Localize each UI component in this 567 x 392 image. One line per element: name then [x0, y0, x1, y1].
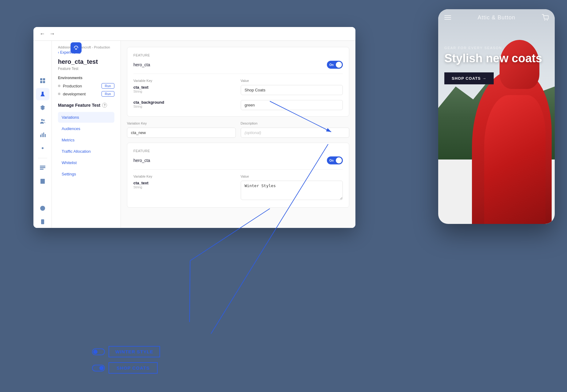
- phone-menu-icon[interactable]: [444, 15, 451, 20]
- env-name-development: development: [63, 92, 102, 96]
- jacket-detail: [484, 95, 546, 224]
- v1-var1-key: cta_text: [133, 85, 236, 90]
- left-panel: Addision and Bancroft - Production ‹ Exp…: [52, 41, 121, 228]
- sidebar-item-flask[interactable]: [36, 88, 49, 100]
- v1-value-col: Value: [241, 79, 343, 95]
- svg-rect-10: [45, 134, 46, 137]
- svg-line-22: [190, 261, 190, 322]
- v1-var2-value-input[interactable]: [241, 100, 343, 110]
- v1-toggle-label: On: [329, 63, 334, 67]
- pill-toggle-1[interactable]: [92, 348, 105, 355]
- v1-var-key-col: Variable Key cta_text String: [133, 79, 236, 95]
- nav-settings[interactable]: Settings: [58, 169, 114, 179]
- run-button-production[interactable]: Run: [102, 83, 114, 89]
- back-button[interactable]: ←: [40, 31, 45, 37]
- v2-toggle[interactable]: On: [327, 156, 343, 164]
- sidebar-item-book[interactable]: [36, 175, 49, 187]
- svg-rect-11: [40, 166, 45, 167]
- bottom-pills: WINTER STYLE SHOP COATS: [92, 346, 160, 374]
- phone-header: Attic & Button: [438, 9, 555, 26]
- menu-line-1: [444, 15, 451, 16]
- v1-var2-type: String: [133, 105, 236, 108]
- pill-box-1[interactable]: WINTER STYLE: [109, 346, 160, 357]
- nav-whitelist[interactable]: Whitelist: [58, 157, 114, 168]
- svg-rect-12: [40, 167, 45, 168]
- top-nav-bar: ← →: [33, 27, 355, 41]
- v2-var1-type: String: [133, 185, 236, 189]
- breadcrumb-org: Addision and Bancroft - Production: [58, 45, 114, 49]
- svg-rect-9: [43, 133, 44, 137]
- environments-label: Environments: [58, 76, 114, 80]
- svg-point-15: [42, 210, 43, 210]
- phone-cart-icon[interactable]: [542, 14, 549, 21]
- v2-feature-label: Feature: [133, 149, 343, 153]
- svg-point-18: [544, 20, 545, 21]
- v1-var-key-label: Variable Key: [133, 79, 236, 83]
- forward-button[interactable]: →: [49, 31, 55, 37]
- brand-logo[interactable]: [71, 42, 82, 53]
- v2-toggle-knob: [336, 157, 342, 163]
- v1-toggle-wrapper: On: [327, 61, 343, 69]
- run-button-development[interactable]: Run: [102, 91, 114, 97]
- nav-variations[interactable]: Variations: [58, 112, 114, 123]
- nav-metrics[interactable]: Metrics: [58, 135, 114, 145]
- v1-var1-type: String: [133, 90, 236, 93]
- experiment-title: hero_cta_test: [58, 58, 114, 65]
- v2-key-label: Variation Key: [127, 121, 236, 125]
- v2-feature-row: hero_cta On: [133, 156, 343, 170]
- environments-section: Environments Production Run development …: [58, 76, 114, 97]
- svg-rect-8: [42, 133, 43, 137]
- sidebar-item-help[interactable]: [36, 202, 49, 214]
- pill-toggle-2[interactable]: [92, 365, 105, 371]
- v2-feature-name: hero_cta: [133, 158, 150, 163]
- sidebar-icons: [33, 41, 52, 228]
- v1-toggle-knob: [336, 62, 342, 68]
- svg-rect-2: [43, 78, 45, 80]
- hero-title: Stylish new coats: [444, 52, 549, 65]
- v1-variable-section: Variable Key cta_text String Value cta_b…: [133, 79, 343, 110]
- pill-toggle-knob-1: [93, 350, 98, 354]
- sidebar-item-type[interactable]: [36, 162, 49, 174]
- pill-box-2[interactable]: SHOP COATS: [109, 362, 158, 374]
- env-dot-development: [58, 93, 60, 95]
- svg-rect-7: [40, 135, 41, 137]
- sidebar-item-device[interactable]: [36, 216, 49, 228]
- v1-var1-value-input[interactable]: [241, 85, 343, 95]
- sidebar-item-grid[interactable]: [36, 75, 49, 87]
- nav-audiences[interactable]: Audiences: [58, 123, 114, 134]
- v2-var1-key: cta_text: [133, 181, 236, 185]
- v2-desc-label: Description: [241, 121, 350, 125]
- env-name-production: Production: [63, 84, 102, 88]
- nav-traffic[interactable]: Traffic Allocation: [58, 146, 114, 157]
- manage-title: Manage Feature Test ?: [58, 103, 114, 108]
- v2-header: Variation Key Description: [127, 121, 349, 138]
- menu-line-3: [444, 19, 451, 20]
- v2-var1-value-input[interactable]: Winter Styles: [241, 181, 343, 200]
- svg-rect-4: [43, 81, 45, 83]
- v2-value-col: Value Winter Styles: [241, 175, 343, 201]
- sidebar-item-users[interactable]: [36, 115, 49, 127]
- env-item-production: Production Run: [58, 83, 114, 89]
- experiment-subtitle: Feature Test: [58, 67, 114, 71]
- sidebar-item-filter[interactable]: [36, 189, 49, 201]
- sidebar-item-chart[interactable]: [36, 129, 49, 141]
- hero-cta-button[interactable]: SHOP COATS →: [444, 72, 494, 84]
- v2-var-key-col: Variable Key cta_text String: [133, 175, 236, 201]
- sidebar-item-settings[interactable]: [36, 142, 49, 154]
- v2-desc-input[interactable]: [241, 128, 350, 138]
- manage-help-icon[interactable]: ?: [102, 103, 107, 108]
- hero-text-overlay: GEAR FOR EVERY SEASON Stylish new coats …: [444, 46, 549, 84]
- variation2-card: Feature hero_cta On Variable Key cta_tex…: [127, 143, 349, 208]
- v1-var2-value-col: [241, 100, 343, 110]
- pill-row-2: SHOP COATS: [92, 362, 160, 374]
- breadcrumb-link[interactable]: ‹ Experiments: [58, 50, 114, 55]
- v1-value-label: Value: [241, 79, 343, 83]
- v2-desc-col: Description: [241, 121, 350, 138]
- manage-section: Manage Feature Test ? Variations Audienc…: [58, 103, 114, 179]
- svg-point-6: [43, 119, 44, 121]
- phone-brand: Attic & Button: [477, 14, 515, 21]
- v2-key-input[interactable]: [127, 128, 236, 138]
- sidebar-item-layers[interactable]: [36, 102, 49, 114]
- svg-point-5: [41, 119, 43, 121]
- v1-toggle[interactable]: On: [327, 61, 343, 69]
